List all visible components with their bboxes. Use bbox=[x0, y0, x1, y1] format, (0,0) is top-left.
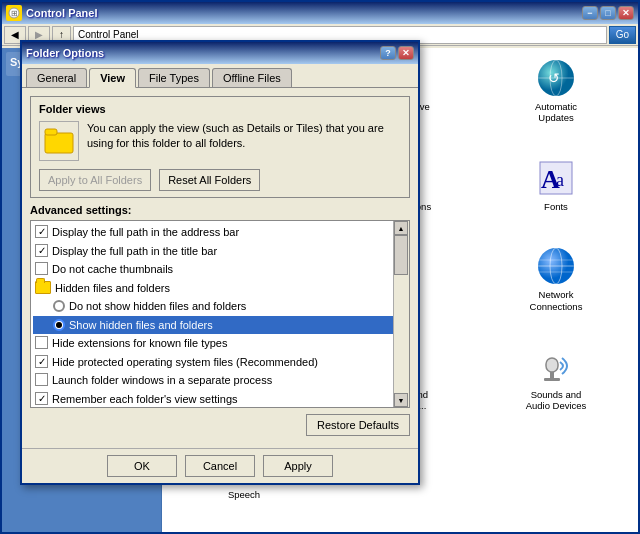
restore-defaults-button[interactable]: Restore Defaults bbox=[306, 414, 410, 436]
checkbox-7[interactable] bbox=[35, 355, 48, 368]
folder-views-section: Folder views You can apply the view (suc… bbox=[30, 96, 410, 198]
dialog-content: Folder views You can apply the view (suc… bbox=[22, 87, 418, 448]
settings-label-9: Remember each folder's view settings bbox=[52, 391, 238, 408]
settings-label-2: Do not cache thumbnails bbox=[52, 261, 173, 278]
settings-label-4: Do not show hidden files and folders bbox=[69, 298, 246, 315]
settings-label-7: Hide protected operating system files (R… bbox=[52, 354, 318, 371]
sounds-icon bbox=[536, 346, 576, 386]
dialog-close-button[interactable]: ✕ bbox=[398, 46, 414, 60]
settings-scrollbar: ▲ ▼ bbox=[393, 221, 409, 407]
folder-options-dialog: Folder Options ? ✕ General View File Typ… bbox=[20, 40, 420, 485]
settings-item-7[interactable]: Hide protected operating system files (R… bbox=[33, 353, 393, 372]
settings-item-8[interactable]: Launch folder windows in a separate proc… bbox=[33, 371, 393, 390]
settings-item-5[interactable]: Show hidden files and folders bbox=[33, 316, 393, 335]
settings-item-6[interactable]: Hide extensions for known file types bbox=[33, 334, 393, 353]
radio-4[interactable] bbox=[53, 300, 65, 312]
svg-rect-50 bbox=[544, 378, 560, 381]
svg-rect-54 bbox=[45, 133, 73, 153]
radio-5[interactable] bbox=[53, 319, 65, 331]
folder-views-description: You can apply the view (such as Details … bbox=[87, 121, 401, 152]
network-label: Network Connections bbox=[520, 289, 592, 312]
advanced-settings-label: Advanced settings: bbox=[30, 204, 410, 216]
checkbox-1[interactable] bbox=[35, 244, 48, 257]
cp-minimize-button[interactable]: − bbox=[582, 6, 598, 20]
svg-rect-48 bbox=[546, 358, 558, 372]
apply-to-all-folders-button[interactable]: Apply to All Folders bbox=[39, 169, 151, 191]
cp-icon-network[interactable]: Network Connections bbox=[480, 242, 632, 338]
ok-button[interactable]: OK bbox=[107, 455, 177, 477]
checkbox-6[interactable] bbox=[35, 336, 48, 349]
tab-view[interactable]: View bbox=[89, 68, 136, 88]
svg-text:⊞: ⊞ bbox=[11, 9, 18, 18]
dialog-controls: ? ✕ bbox=[380, 46, 414, 60]
scroll-down-button[interactable]: ▼ bbox=[394, 393, 408, 407]
dialog-titlebar: Folder Options ? ✕ bbox=[22, 42, 418, 64]
dialog-title: Folder Options bbox=[26, 47, 376, 59]
settings-item-3: Hidden files and folders bbox=[33, 279, 393, 298]
tab-general[interactable]: General bbox=[26, 68, 87, 87]
fonts-label: Fonts bbox=[544, 201, 568, 212]
cp-icon-fonts[interactable]: A a Fonts bbox=[480, 154, 632, 238]
svg-text:a: a bbox=[556, 170, 564, 190]
folder-preview-icon bbox=[39, 121, 79, 161]
settings-item-4[interactable]: Do not show hidden files and folders bbox=[33, 297, 393, 316]
cp-titlebar-icon: ⊞ bbox=[6, 5, 22, 21]
folder-view-buttons: Apply to All Folders Reset All Folders bbox=[39, 169, 401, 191]
cp-maximize-button[interactable]: □ bbox=[600, 6, 616, 20]
address-text: Control Panel bbox=[78, 29, 139, 40]
folder-views-inner: You can apply the view (such as Details … bbox=[39, 121, 401, 161]
cp-icon-sounds[interactable]: Sounds and Audio Devices bbox=[480, 342, 632, 438]
dialog-help-button[interactable]: ? bbox=[380, 46, 396, 60]
speech-label: Speech bbox=[228, 489, 260, 500]
dialog-footer: OK Cancel Apply bbox=[22, 448, 418, 483]
settings-label-1: Display the full path in the title bar bbox=[52, 243, 217, 260]
settings-list[interactable]: Display the full path in the address bar… bbox=[31, 221, 409, 407]
settings-list-container: Display the full path in the address bar… bbox=[30, 220, 410, 408]
settings-item-0[interactable]: Display the full path in the address bar bbox=[33, 223, 393, 242]
checkbox-2[interactable] bbox=[35, 262, 48, 275]
auto-updates-label: Automatic Updates bbox=[520, 101, 592, 124]
dialog-tabs: General View File Types Offline Files bbox=[22, 64, 418, 87]
settings-label-0: Display the full path in the address bar bbox=[52, 224, 239, 241]
svg-rect-49 bbox=[550, 372, 554, 378]
auto-updates-icon: ↺ bbox=[536, 58, 576, 98]
cancel-button[interactable]: Cancel bbox=[185, 455, 255, 477]
cp-icon-auto-updates[interactable]: ↺ Automatic Updates bbox=[480, 54, 632, 150]
restore-defaults-row: Restore Defaults bbox=[30, 414, 410, 436]
settings-label-5: Show hidden files and folders bbox=[69, 317, 213, 334]
checkbox-0[interactable] bbox=[35, 225, 48, 238]
reset-all-folders-button[interactable]: Reset All Folders bbox=[159, 169, 260, 191]
tab-file-types[interactable]: File Types bbox=[138, 68, 210, 87]
svg-text:↺: ↺ bbox=[548, 70, 560, 86]
go-button[interactable]: Go bbox=[609, 26, 636, 44]
sounds-label: Sounds and Audio Devices bbox=[520, 389, 592, 412]
checkbox-9[interactable] bbox=[35, 392, 48, 405]
folder-views-title: Folder views bbox=[39, 103, 401, 115]
scroll-up-button[interactable]: ▲ bbox=[394, 221, 408, 235]
folder-icon-3 bbox=[35, 281, 51, 294]
cp-window-controls: − □ ✕ bbox=[582, 6, 634, 20]
svg-rect-55 bbox=[45, 129, 57, 135]
fonts-icon: A a bbox=[536, 158, 576, 198]
apply-button[interactable]: Apply bbox=[263, 455, 333, 477]
network-icon bbox=[536, 246, 576, 286]
settings-label-8: Launch folder windows in a separate proc… bbox=[52, 372, 272, 389]
scroll-track bbox=[394, 235, 409, 393]
settings-label-3: Hidden files and folders bbox=[55, 280, 170, 297]
cp-close-button[interactable]: ✕ bbox=[618, 6, 634, 20]
scroll-thumb[interactable] bbox=[394, 235, 408, 275]
cp-titlebar: ⊞ Control Panel − □ ✕ bbox=[2, 2, 638, 24]
tab-offline-files[interactable]: Offline Files bbox=[212, 68, 292, 87]
watermark: groovyPost.com bbox=[571, 520, 636, 530]
settings-item-1[interactable]: Display the full path in the title bar bbox=[33, 242, 393, 261]
settings-item-9[interactable]: Remember each folder's view settings bbox=[33, 390, 393, 408]
checkbox-8[interactable] bbox=[35, 373, 48, 386]
settings-item-2[interactable]: Do not cache thumbnails bbox=[33, 260, 393, 279]
settings-label-6: Hide extensions for known file types bbox=[52, 335, 227, 352]
cp-title: Control Panel bbox=[26, 7, 578, 19]
